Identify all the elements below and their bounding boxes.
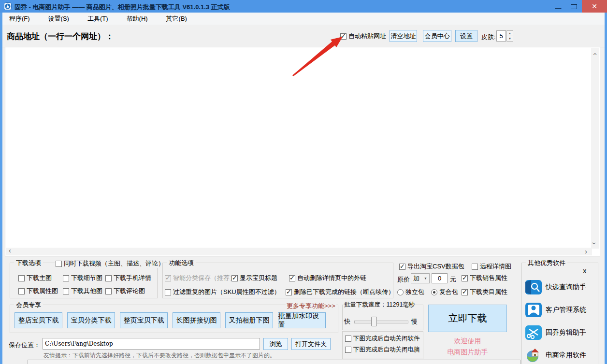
remote-detail-checkbox[interactable]: 远程详情图 xyxy=(472,262,511,271)
checkbox-box xyxy=(289,275,295,281)
minimize-button[interactable]: — xyxy=(551,0,565,13)
checkbox-label: 下载评论图 xyxy=(114,287,145,295)
radio-label: 独立包 xyxy=(405,288,424,296)
skin-value-field[interactable]: 5 xyxy=(496,30,506,42)
app-window: 固乔 - 电商图片助手 —— 商品图片、相册照片批量下载工具 V61.0.1.3… xyxy=(0,0,607,364)
button-label: 浏览 xyxy=(270,340,282,349)
horizontal-scrollbar[interactable]: › › xyxy=(6,248,592,255)
window-title: 固乔 - 电商图片助手 —— 商品图片、相册照片批量下载工具 V61.0.1.3… xyxy=(14,3,230,12)
open-folder-button[interactable]: 打开文件夹 xyxy=(291,338,331,350)
other-software-legend: 其他优秀软件 xyxy=(526,259,567,266)
sidebar-item-label: 电商常用软件 xyxy=(546,351,586,360)
sidebar-item-express-query[interactable]: 快递查询助手 xyxy=(525,280,586,294)
filter-duplicate-checkbox[interactable]: 过滤重复的图片（SKU属性图不过滤） xyxy=(165,288,280,296)
welcome-text-line2: 电商图片助手 xyxy=(428,348,507,357)
download-mobile-detail-checkbox[interactable]: 下载手机详情 xyxy=(105,274,151,282)
sidebar-item-label: 客户管理系统 xyxy=(546,306,586,314)
close-pc-after-checkbox[interactable]: 下图完成后自动关闭电脑 xyxy=(345,346,420,354)
slow-label: 慢 xyxy=(411,317,418,326)
download-detail-image-checkbox[interactable]: 下载细节图 xyxy=(63,274,102,282)
customer-mgmt-icon xyxy=(525,303,542,317)
download-other-image-checkbox[interactable]: 下载其他图 xyxy=(63,287,102,295)
download-review-image-checkbox[interactable]: 下载评论图 xyxy=(105,287,145,295)
sidebar-item-label: 固乔剪辑助手 xyxy=(546,328,586,337)
checkbox-label: 同时下载视频（主图、描述、评论） xyxy=(64,259,164,268)
smart-classify-checkbox[interactable]: 智能分类保存（推荐） xyxy=(165,274,236,282)
download-attr-image-checkbox[interactable]: 下载属性图 xyxy=(18,287,58,295)
long-image-split-button[interactable]: 长图拼接切图 xyxy=(173,312,220,328)
export-csv-checkbox[interactable]: 导出淘宝CSV数据包 xyxy=(399,262,464,271)
checkbox-box xyxy=(286,289,292,295)
button-label: 批量加水印设置 xyxy=(278,312,325,329)
fast-label: 快 xyxy=(344,317,350,326)
maximize-button[interactable] xyxy=(566,0,581,13)
ecommerce-software-icon xyxy=(525,348,542,363)
remove-external-links-checkbox[interactable]: 自动删除详情页中的外链 xyxy=(289,274,366,282)
auto-paste-checkbox[interactable]: 自动粘贴网址 xyxy=(340,32,386,41)
item-category-download-button[interactable]: 宝贝分类下载 xyxy=(67,312,115,328)
function-options-legend: 功能选项 xyxy=(167,259,196,266)
sidebar-close-button[interactable]: X xyxy=(583,268,586,274)
download-video-checkbox[interactable]: 同时下载视频（主图、描述、评论） xyxy=(55,259,165,268)
chevron-down-icon: ▼ xyxy=(424,277,427,280)
checkbox-label: 导出淘宝CSV数据包 xyxy=(407,262,464,271)
checkbox-box xyxy=(56,261,62,267)
remove-finished-links-checkbox[interactable]: 删除已下载完成的链接（断点续传） xyxy=(286,288,394,296)
app-logo-icon xyxy=(4,2,12,10)
more-features-link[interactable]: 更多专享功能>>> xyxy=(286,302,336,310)
checkbox-label: 下载其他图 xyxy=(71,287,102,295)
checkbox-box xyxy=(165,275,171,281)
clip-assistant-icon xyxy=(525,325,542,340)
sidebar-item-clip-assistant[interactable]: 固乔剪辑助手 xyxy=(525,325,586,340)
single-pack-radio[interactable]: 独立包 xyxy=(397,288,424,296)
button-label: 整店宝贝下载 xyxy=(18,316,59,325)
whole-store-download-button[interactable]: 整店宝贝下载 xyxy=(14,312,62,328)
price-label: 原价 xyxy=(397,275,410,284)
close-app-after-checkbox[interactable]: 下图完成后自动关闭软件 xyxy=(345,335,420,343)
scroll-right-icon[interactable]: › xyxy=(585,248,587,255)
settings-button[interactable]: 设置 xyxy=(455,30,477,42)
price-value-field[interactable]: 0 xyxy=(432,273,448,283)
spinner-down-button[interactable]: ▼ xyxy=(506,36,513,42)
url-textarea[interactable]: › › › › xyxy=(5,47,600,256)
download-now-button[interactable]: 立即下载 xyxy=(428,305,507,332)
minimize-icon: — xyxy=(555,4,562,12)
combo-pack-radio[interactable]: 复合包 xyxy=(431,288,458,296)
checkbox-box xyxy=(231,275,238,281)
menu-settings[interactable]: 设置(S) xyxy=(43,13,74,25)
spinner-down-icon: ▼ xyxy=(508,37,511,40)
scroll-left-icon[interactable]: › xyxy=(9,248,11,255)
menu-program[interactable]: 程序(F) xyxy=(4,13,35,25)
checkbox-label: 下载类目属性 xyxy=(470,288,507,296)
menu-help[interactable]: 帮助(H) xyxy=(122,13,153,25)
member-zone-legend: 会员专享 xyxy=(14,301,43,308)
speed-slider-track[interactable] xyxy=(354,321,408,323)
category-attr-checkbox[interactable]: 下载类目属性 xyxy=(462,288,507,296)
close-button[interactable]: ✕ xyxy=(582,0,607,13)
url-area-title: 商品地址（一行一个网址）： xyxy=(7,31,114,42)
vertical-scrollbar[interactable]: › › xyxy=(591,48,599,249)
download-main-image-checkbox[interactable]: 下载主图 xyxy=(18,274,52,282)
sales-attr-checkbox[interactable]: 下载销售属性 xyxy=(462,274,507,282)
scroll-down-icon[interactable]: › xyxy=(591,242,598,245)
skin-value: 5 xyxy=(499,32,503,40)
sidebar-item-ecommerce-software[interactable]: 电商常用软件 xyxy=(525,348,586,363)
member-center-button[interactable]: 会员中心 xyxy=(423,30,451,42)
spinner-up-button[interactable]: ▲ xyxy=(506,30,513,36)
maximize-icon xyxy=(571,4,577,9)
scroll-up-icon[interactable]: › xyxy=(591,53,598,56)
menu-other[interactable]: 其它(B) xyxy=(161,13,192,25)
menu-tools[interactable]: 工具(T) xyxy=(83,13,113,25)
clear-urls-button[interactable]: 清空地址 xyxy=(390,30,417,42)
price-op-dropdown[interactable]: 加 ▼ xyxy=(411,273,430,283)
save-path-field[interactable]: C:\Users\Fang\Desktop xyxy=(43,338,260,350)
upyun-album-download-button[interactable]: 又拍相册下图 xyxy=(225,312,273,328)
browse-button[interactable]: 浏览 xyxy=(263,338,288,350)
speed-slider-thumb[interactable] xyxy=(371,317,377,326)
whole-page-download-button[interactable]: 整页宝贝下载 xyxy=(120,312,168,328)
sidebar-item-label: 快递查询助手 xyxy=(546,283,586,292)
batch-watermark-button[interactable]: 批量加水印设置 xyxy=(278,312,326,328)
show-title-checkbox[interactable]: 显示宝贝标题 xyxy=(231,274,277,282)
sidebar-item-customer-mgmt[interactable]: 客户管理系统 xyxy=(525,303,586,317)
header-bar: 商品地址（一行一个网址）： 自动粘贴网址 清空地址 会员中心 设置 皮肤: 5 … xyxy=(2,25,605,47)
